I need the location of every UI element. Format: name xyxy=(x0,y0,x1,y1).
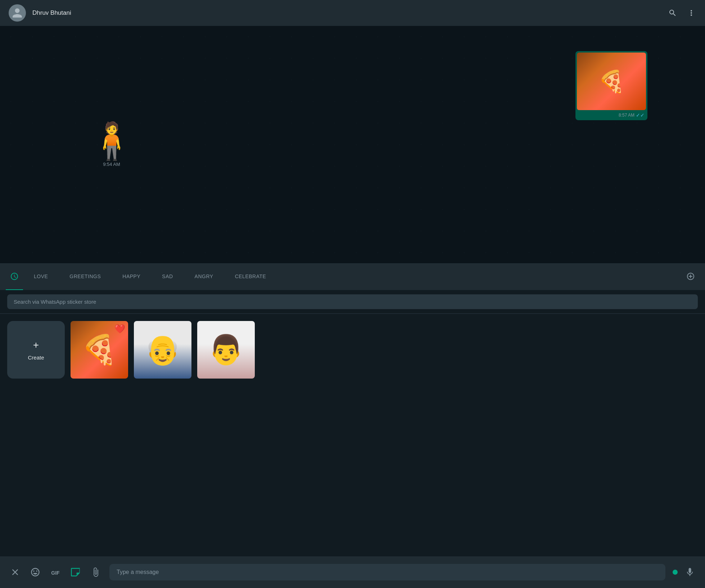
person-sticker: 🧍 9:54 AM xyxy=(83,87,140,202)
tab-sad[interactable]: SAD xyxy=(151,264,184,290)
gif-button[interactable]: GIF xyxy=(49,566,62,579)
search-icon[interactable] xyxy=(668,8,678,18)
sticker-timestamp: 9:54 AM xyxy=(103,162,120,167)
sticker-grid: + Create xyxy=(0,314,705,425)
chat-area: 8:57 AM ✓✓ 🧍 9:54 AM xyxy=(0,26,705,263)
tab-add-more[interactable] xyxy=(682,264,699,290)
create-label: Create xyxy=(28,354,44,361)
create-sticker-button[interactable]: + Create xyxy=(7,321,65,379)
send-area xyxy=(673,566,696,579)
emoji-icon[interactable] xyxy=(29,566,42,579)
tab-angry[interactable]: ANGRY xyxy=(184,264,224,290)
sticker-tab-bar: LOVE GREETINGS HAPPY SAD ANGRY CELEBRATE xyxy=(0,263,705,290)
sticker-search-input[interactable] xyxy=(7,294,698,309)
chat-header: Dhruv Bhutani xyxy=(0,0,705,26)
microphone-button[interactable] xyxy=(683,566,696,579)
pizza-image xyxy=(577,53,646,110)
sticker-item-man2[interactable] xyxy=(197,321,255,379)
read-receipt: ✓✓ xyxy=(636,112,645,118)
tab-greetings[interactable]: GREETINGS xyxy=(59,264,112,290)
sticker-button[interactable] xyxy=(69,566,82,579)
tab-love[interactable]: LOVE xyxy=(23,264,59,290)
sticker-item-pizza[interactable] xyxy=(71,321,128,379)
menu-icon[interactable] xyxy=(686,8,696,18)
header-actions xyxy=(668,8,696,18)
attachment-icon[interactable] xyxy=(89,566,102,579)
tab-happy[interactable]: HAPPY xyxy=(112,264,151,290)
tab-celebrate[interactable]: CELEBRATE xyxy=(224,264,277,290)
tab-recent[interactable] xyxy=(6,264,23,290)
message-input[interactable] xyxy=(109,564,665,580)
sticker-search-bar xyxy=(0,290,705,314)
avatar[interactable] xyxy=(9,4,26,22)
send-status-dot xyxy=(673,570,678,575)
sticker-image: 🧍 xyxy=(89,123,134,159)
pizza-message-bubble: 8:57 AM ✓✓ xyxy=(575,51,647,120)
bottom-toolbar: GIF xyxy=(0,556,705,588)
sticker-item-man1[interactable] xyxy=(134,321,191,379)
plus-icon: + xyxy=(33,339,39,351)
svg-text:GIF: GIF xyxy=(51,570,60,576)
close-button[interactable] xyxy=(9,566,22,579)
message-time: 8:57 AM ✓✓ xyxy=(619,112,645,118)
contact-name: Dhruv Bhutani xyxy=(32,9,661,17)
